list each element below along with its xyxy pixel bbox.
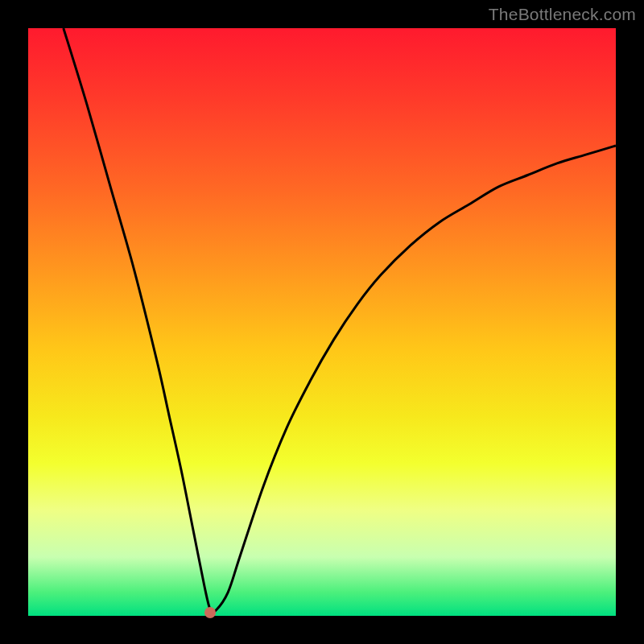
optimum-marker xyxy=(204,607,216,618)
watermark-text: TheBottleneck.com xyxy=(489,5,636,24)
bottleneck-curve xyxy=(28,28,616,616)
chart-frame: TheBottleneck.com xyxy=(0,0,644,644)
chart-plot-area xyxy=(28,28,616,616)
curve-path xyxy=(64,28,616,613)
